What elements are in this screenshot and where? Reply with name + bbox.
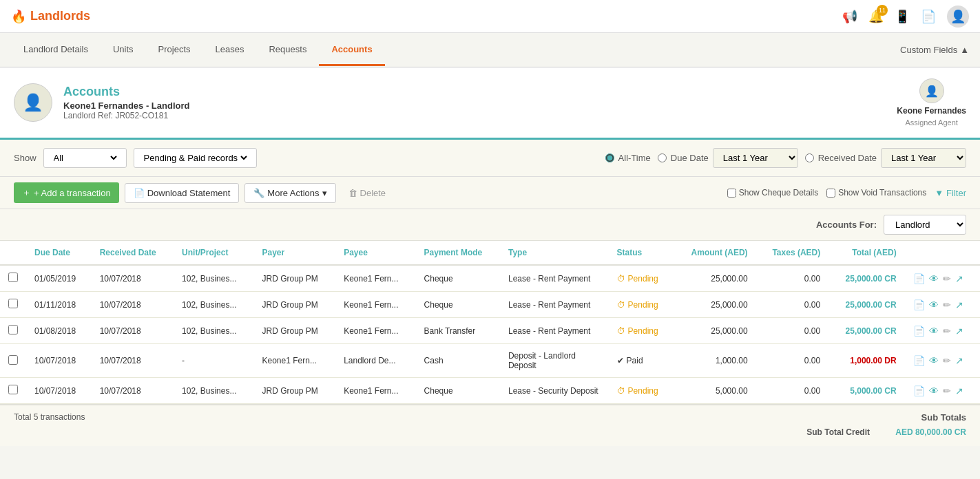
document-row-icon[interactable]: 📄 <box>913 299 925 310</box>
col-payment-mode[interactable]: Payment Mode <box>416 241 500 265</box>
external-row-icon[interactable]: ↗ <box>955 299 963 310</box>
edit-row-icon[interactable]: ✏ <box>943 385 951 396</box>
duedate-radio[interactable] <box>658 153 667 162</box>
avatar[interactable]: 👤 <box>947 6 969 28</box>
document-row-icon[interactable]: 📄 <box>913 273 925 284</box>
edit-row-icon[interactable]: ✏ <box>943 355 951 366</box>
cell-unit-project: 102, Busines... <box>174 318 253 344</box>
cell-row-actions: 📄 👁 ✏ ↗ <box>905 265 980 292</box>
records-select[interactable]: Pending & Paid records Pending records P… <box>141 152 249 164</box>
row-checkbox-cell <box>0 378 26 404</box>
subtotal-credit-line: Sub Total Credit AED 80,000.00 CR <box>787 425 966 439</box>
edit-row-icon[interactable]: ✏ <box>943 299 951 310</box>
external-row-icon[interactable]: ↗ <box>955 273 963 284</box>
row-checkbox[interactable] <box>8 325 18 334</box>
select-all-col <box>0 241 26 265</box>
row-checkbox[interactable] <box>8 273 18 282</box>
alltime-radio[interactable] <box>605 153 614 162</box>
mobile-icon[interactable]: 📱 <box>895 9 910 24</box>
show-select-wrapper[interactable]: All Received Not Received <box>43 148 127 168</box>
download-label: Download Statement <box>147 188 231 198</box>
tab-requests[interactable]: Requests <box>256 34 319 66</box>
notification-badge: 11 <box>877 5 888 16</box>
agent-role: Assigned Agent <box>905 118 957 127</box>
cell-amount: 25,000.00 <box>674 318 755 344</box>
external-row-icon[interactable]: ↗ <box>955 355 963 366</box>
total-count: Total 5 transactions <box>14 412 787 422</box>
document-icon[interactable]: 📄 <box>921 9 936 24</box>
tab-accounts[interactable]: Accounts <box>319 34 384 66</box>
eye-row-icon[interactable]: 👁 <box>929 299 939 310</box>
receiveddate-radio[interactable] <box>805 153 814 162</box>
account-info: Accounts Keone1 Fernandes - Landlord Lan… <box>63 85 189 120</box>
filter-button[interactable]: ▼ Filter <box>935 188 966 198</box>
megaphone-icon[interactable]: 📢 <box>842 9 857 24</box>
tab-landlord-details[interactable]: Landlord Details <box>11 34 101 66</box>
clock-icon: ⏱ <box>617 274 625 284</box>
cell-status: ⏱Pending <box>609 378 674 404</box>
col-status[interactable]: Status <box>609 241 674 265</box>
show-cheque-checkbox-label[interactable]: Show Cheque Details <box>727 188 818 198</box>
edit-row-icon[interactable]: ✏ <box>943 273 951 284</box>
external-row-icon[interactable]: ↗ <box>955 326 963 337</box>
col-payee[interactable]: Payee <box>335 241 415 265</box>
more-actions-button[interactable]: 🔧 More Actions ▾ <box>244 183 335 203</box>
duedate-radio-group: Due Date Last 1 Year Last 6 Months Last … <box>658 148 798 168</box>
cell-type: Lease - Security Deposit <box>500 378 609 404</box>
duedate-range-select[interactable]: Last 1 Year Last 6 Months Last 3 Months <box>713 148 798 168</box>
cell-taxes: 0.00 <box>756 378 829 404</box>
document-row-icon[interactable]: 📄 <box>913 385 925 396</box>
document-row-icon[interactable]: 📄 <box>913 326 925 337</box>
show-void-checkbox[interactable] <box>826 189 835 198</box>
app-title: Landlords <box>30 9 90 23</box>
notification-icon[interactable]: 🔔 11 <box>868 9 884 24</box>
records-select-wrapper[interactable]: Pending & Paid records Pending records P… <box>134 148 257 168</box>
eye-row-icon[interactable]: 👁 <box>929 326 939 337</box>
account-header: 👤 Accounts Keone1 Fernandes - Landlord L… <box>0 67 980 140</box>
tab-projects[interactable]: Projects <box>146 34 203 66</box>
col-type[interactable]: Type <box>500 241 609 265</box>
transactions-table-container: Due Date Received Date Unit/Project Paye… <box>0 241 980 404</box>
eye-row-icon[interactable]: 👁 <box>929 273 939 284</box>
cell-status: ✔Paid <box>609 344 674 378</box>
download-icon: 📄 <box>134 188 145 198</box>
custom-fields-button[interactable]: Custom Fields ▲ <box>900 45 969 55</box>
alltime-radio-group: All-Time <box>605 153 651 163</box>
show-cheque-label: Show Cheque Details <box>739 188 818 198</box>
clock-icon: ⏱ <box>617 386 625 396</box>
show-void-checkbox-label[interactable]: Show Void Transactions <box>826 188 926 198</box>
col-unit-project[interactable]: Unit/Project <box>174 241 253 265</box>
col-amount[interactable]: Amount (AED) <box>674 241 755 265</box>
delete-button[interactable]: 🗑 Delete <box>342 184 393 202</box>
receiveddate-range-select[interactable]: Last 1 Year Last 6 Months Last 3 Months <box>881 148 966 168</box>
row-checkbox[interactable] <box>8 299 18 308</box>
show-select[interactable]: All Received Not Received <box>51 152 119 164</box>
account-title: Accounts <box>63 85 189 99</box>
tab-leases[interactable]: Leases <box>203 34 257 66</box>
cell-payer: JRD Group PM <box>254 318 336 344</box>
more-actions-label: More Actions <box>267 188 319 198</box>
eye-row-icon[interactable]: 👁 <box>929 385 939 396</box>
tab-units[interactable]: Units <box>101 34 146 66</box>
eye-row-icon[interactable]: 👁 <box>929 355 939 366</box>
cell-payee: Keone1 Fern... <box>335 378 415 404</box>
row-checkbox-cell <box>0 292 26 318</box>
download-statement-button[interactable]: 📄 Download Statement <box>125 183 240 203</box>
external-row-icon[interactable]: ↗ <box>955 385 963 396</box>
col-taxes[interactable]: Taxes (AED) <box>756 241 829 265</box>
accounts-for-select[interactable]: Landlord Tenant Owner <box>884 215 966 235</box>
edit-row-icon[interactable]: ✏ <box>943 326 951 337</box>
document-row-icon[interactable]: 📄 <box>913 355 925 366</box>
col-due-date[interactable]: Due Date <box>26 241 92 265</box>
row-checkbox[interactable] <box>8 355 18 365</box>
cell-received-date: 10/07/2018 <box>92 292 174 318</box>
cell-row-actions: 📄 👁 ✏ ↗ <box>905 378 980 404</box>
account-ref: Landlord Ref: JR052-CO181 <box>63 111 189 120</box>
add-transaction-button[interactable]: ＋ + Add a transaction <box>14 182 119 203</box>
show-cheque-checkbox[interactable] <box>727 189 736 198</box>
row-checkbox[interactable] <box>8 385 18 394</box>
col-total[interactable]: Total (AED) <box>828 241 904 265</box>
col-payer[interactable]: Payer <box>254 241 336 265</box>
col-received-date[interactable]: Received Date <box>92 241 174 265</box>
status-badge: ⏱Pending <box>617 274 666 284</box>
